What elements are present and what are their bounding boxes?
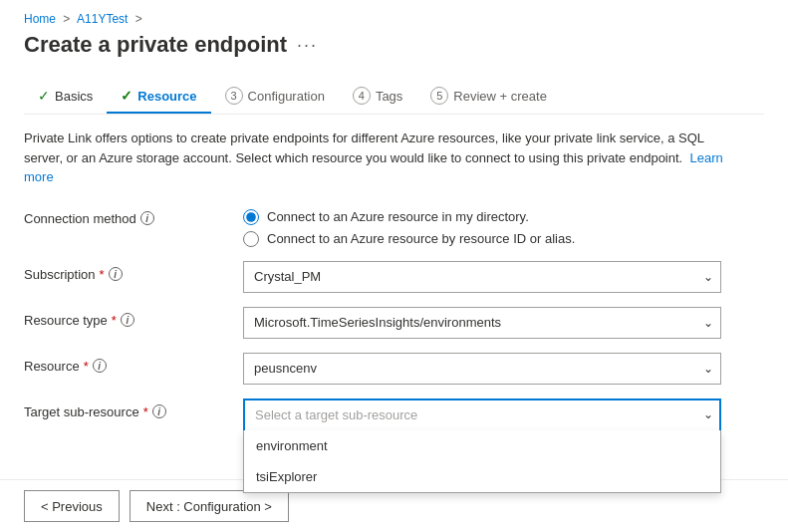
dropdown-item-environment[interactable]: environment [244, 430, 720, 461]
breadcrumb-sep1: > [63, 12, 70, 26]
subscription-row: Subscription * i Crystal_PM ⌄ [24, 261, 764, 293]
target-sub-resource-select[interactable]: Select a target sub-resource [243, 399, 721, 430]
more-options-icon[interactable]: ··· [297, 35, 318, 56]
previous-button[interactable]: < Previous [24, 490, 120, 522]
tab-basics-label: Basics [55, 89, 93, 104]
resource-label: Resource * i [24, 353, 243, 374]
page-title: Create a private endpoint [24, 32, 287, 58]
resource-type-required: * [112, 313, 117, 328]
breadcrumb-home[interactable]: Home [24, 12, 56, 26]
dropdown-item-tsiexplorer[interactable]: tsiExplorer [244, 461, 720, 492]
breadcrumb-a11ytest[interactable]: A11YTest [77, 12, 128, 26]
target-sub-resource-control: Select a target sub-resource ⌄ environme… [243, 399, 721, 430]
tab-review-label: Review + create [453, 89, 547, 104]
tab-configuration[interactable]: 3 Configuration [211, 79, 339, 115]
tab-basics[interactable]: ✓ Basics [24, 80, 107, 114]
form-section: Connection method i Connect to an Azure … [24, 205, 764, 444]
breadcrumb-sep2: > [135, 12, 142, 26]
next-button[interactable]: Next : Configuration > [130, 490, 289, 522]
resource-info-icon[interactable]: i [93, 359, 107, 373]
resource-select[interactable]: peusncenv [243, 353, 721, 385]
resource-type-control: Microsoft.TimeSeriesInsights/environment… [243, 307, 721, 339]
step-circle-review: 5 [430, 87, 448, 105]
radio-resource-id[interactable]: Connect to an Azure resource by resource… [243, 231, 721, 247]
description-text: Private Link offers options to create pr… [24, 129, 741, 187]
subscription-select[interactable]: Crystal_PM [243, 261, 721, 293]
tab-resource[interactable]: ✓ Resource [107, 80, 210, 114]
resource-type-select[interactable]: Microsoft.TimeSeriesInsights/environment… [243, 307, 721, 339]
radio-input-my-directory[interactable] [243, 209, 259, 225]
resource-row: Resource * i peusncenv ⌄ [24, 353, 764, 385]
resource-type-info-icon[interactable]: i [121, 313, 134, 327]
subscription-control: Crystal_PM ⌄ [243, 261, 721, 293]
step-circle-tags: 4 [353, 87, 371, 105]
target-sub-resource-dropdown: environment tsiExplorer [243, 430, 721, 493]
target-sub-resource-required: * [143, 404, 148, 419]
subscription-required: * [100, 267, 105, 282]
tab-configuration-label: Configuration [248, 89, 325, 104]
tabs-row: ✓ Basics ✓ Resource 3 Configuration 4 Ta… [24, 78, 764, 115]
connection-method-info-icon[interactable]: i [140, 211, 154, 225]
resource-required: * [84, 359, 89, 374]
subscription-label: Subscription * i [24, 261, 243, 282]
tab-review[interactable]: 5 Review + create [416, 79, 561, 115]
tab-tags-label: Tags [376, 89, 402, 104]
resource-type-label: Resource type * i [24, 307, 243, 328]
check-icon-basics: ✓ [38, 88, 50, 104]
tab-resource-label: Resource [137, 89, 196, 104]
resource-control: peusncenv ⌄ [243, 353, 721, 385]
radio-my-directory[interactable]: Connect to an Azure resource in my direc… [243, 209, 721, 225]
breadcrumb: Home > A11YTest > [24, 12, 764, 26]
connection-method-row: Connection method i Connect to an Azure … [24, 205, 764, 247]
radio-input-resource-id[interactable] [243, 231, 259, 247]
connection-method-label: Connection method i [24, 205, 243, 226]
subscription-info-icon[interactable]: i [109, 267, 123, 281]
connection-method-control: Connect to an Azure resource in my direc… [243, 205, 721, 247]
step-circle-configuration: 3 [225, 87, 243, 105]
target-sub-resource-info-icon[interactable]: i [152, 404, 166, 418]
target-sub-resource-label: Target sub-resource * i [24, 399, 243, 419]
target-sub-resource-row: Target sub-resource * i Select a target … [24, 399, 764, 430]
resource-type-row: Resource type * i Microsoft.TimeSeriesIn… [24, 307, 764, 339]
check-icon-resource: ✓ [121, 88, 132, 104]
tab-tags[interactable]: 4 Tags [339, 79, 416, 115]
